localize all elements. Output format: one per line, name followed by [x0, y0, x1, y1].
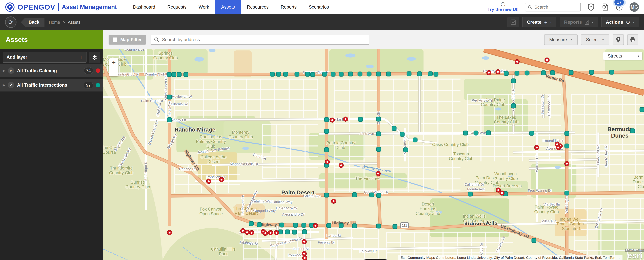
zoom-out-button[interactable]: −	[109, 67, 118, 76]
intersection-marker[interactable]	[504, 71, 508, 76]
intersection-marker[interactable]	[413, 138, 417, 142]
print-button[interactable]	[627, 35, 638, 45]
intersection-marker[interactable]	[293, 223, 298, 227]
activity-log-button[interactable]	[601, 3, 609, 11]
intersection-marker[interactable]	[511, 79, 516, 83]
calming-marker[interactable]	[302, 251, 306, 256]
select-button[interactable]: Select▼	[581, 35, 610, 45]
expand-caret-icon[interactable]: ▶	[3, 69, 5, 73]
intersection-marker[interactable]	[428, 72, 432, 76]
intersection-marker[interactable]	[550, 71, 555, 75]
calming-marker[interactable]	[500, 191, 504, 195]
intersection-marker[interactable]	[392, 126, 396, 131]
intersection-marker[interactable]	[302, 229, 307, 234]
calming-marker[interactable]	[564, 161, 569, 166]
layer-order-button[interactable]	[89, 52, 100, 63]
locate-button[interactable]	[613, 35, 624, 45]
intersection-marker[interactable]	[610, 70, 614, 74]
calming-marker[interactable]	[556, 145, 561, 150]
calming-marker[interactable]	[313, 223, 318, 228]
calming-marker[interactable]	[376, 171, 380, 176]
calming-marker[interactable]	[343, 117, 348, 121]
address-search[interactable]	[150, 35, 369, 45]
layer-row[interactable]: ▶✔All Traffic Intersections97	[0, 79, 103, 92]
intersection-marker[interactable]	[400, 132, 404, 136]
intersection-marker[interactable]	[324, 117, 329, 122]
intersection-marker[interactable]	[530, 131, 534, 135]
measure-button[interactable]: Measure▼	[544, 35, 578, 45]
calming-marker[interactable]	[331, 199, 336, 203]
layer-color-dot[interactable]	[96, 83, 100, 87]
intersection-marker[interactable]	[434, 72, 438, 76]
calming-marker[interactable]	[263, 231, 268, 236]
intersection-marker[interactable]	[295, 72, 299, 76]
intersection-marker[interactable]	[305, 72, 310, 76]
intersection-marker[interactable]	[640, 107, 644, 112]
nav-item-assets[interactable]: Assets	[215, 0, 241, 14]
nav-item-dashboard[interactable]: Dashboard	[127, 0, 161, 14]
basemap-select[interactable]: Streets ▼	[603, 52, 642, 60]
intersection-marker[interactable]	[257, 222, 262, 227]
help-button[interactable]: ? 17	[616, 3, 623, 11]
intersection-marker[interactable]	[463, 131, 468, 135]
intersection-marker[interactable]	[511, 104, 516, 108]
intersection-marker[interactable]	[339, 223, 343, 228]
intersection-marker[interactable]	[352, 193, 357, 197]
calming-marker[interactable]	[245, 230, 250, 235]
intersection-marker[interactable]	[310, 72, 315, 77]
intersection-marker[interactable]	[322, 72, 327, 76]
map-filter-button[interactable]: Map Filter	[108, 35, 146, 45]
intersection-marker[interactable]	[326, 223, 331, 228]
breadcrumb-home[interactable]: Home	[49, 20, 60, 25]
calming-marker[interactable]	[545, 58, 550, 62]
intersection-marker[interactable]	[541, 71, 546, 75]
intersection-marker[interactable]	[276, 72, 281, 76]
intersection-marker[interactable]	[630, 129, 635, 133]
intersection-marker[interactable]	[284, 72, 288, 76]
intersection-marker[interactable]	[486, 131, 490, 135]
intersection-marker[interactable]	[565, 144, 569, 148]
intersection-marker[interactable]	[358, 117, 363, 122]
nav-item-reports[interactable]: Reports	[274, 0, 303, 14]
calming-marker[interactable]	[515, 59, 520, 64]
intersection-marker[interactable]	[393, 224, 397, 229]
nav-item-scenarios[interactable]: Scenarios	[303, 0, 335, 14]
layer-color-dot[interactable]	[96, 69, 100, 73]
global-search[interactable]	[525, 3, 581, 12]
intersection-marker[interactable]	[590, 70, 594, 75]
intersection-marker[interactable]	[324, 147, 329, 152]
intersection-marker[interactable]	[565, 191, 569, 195]
calming-marker[interactable]	[249, 230, 254, 235]
intersection-marker[interactable]	[525, 71, 529, 75]
calming-marker[interactable]	[486, 70, 491, 75]
intersection-marker[interactable]	[184, 72, 188, 77]
expand-caret-icon[interactable]: ▶	[3, 83, 5, 87]
intersection-marker[interactable]	[376, 132, 381, 136]
intersection-marker[interactable]	[339, 72, 343, 76]
intersection-marker[interactable]	[167, 118, 172, 122]
try-new-ui-link[interactable]: ⓘ Try the new UI!	[488, 2, 519, 12]
intersection-marker[interactable]	[324, 193, 329, 197]
intersection-marker[interactable]	[285, 230, 290, 234]
intersection-marker[interactable]	[376, 193, 381, 198]
intersection-marker[interactable]	[167, 95, 172, 99]
map-canvas[interactable]: Rancho MiragePalm DesertIndian WellsBerm…	[103, 49, 644, 260]
intersection-marker[interactable]	[370, 193, 374, 197]
map-base[interactable]: Rancho MiragePalm DesertIndian WellsBerm…	[103, 49, 644, 260]
intersection-marker[interactable]	[352, 224, 357, 228]
intersection-marker[interactable]	[468, 192, 472, 196]
intersection-marker[interactable]	[348, 72, 353, 76]
back-button[interactable]: Back	[21, 18, 44, 27]
intersection-marker[interactable]	[515, 71, 519, 75]
intersection-marker[interactable]	[376, 224, 381, 228]
intersection-marker[interactable]	[532, 238, 536, 243]
intersection-marker[interactable]	[565, 131, 569, 136]
calming-marker[interactable]	[302, 256, 307, 260]
intersection-marker[interactable]	[376, 72, 381, 76]
admin-shield-button[interactable]	[587, 3, 595, 11]
intersection-marker[interactable]	[417, 72, 422, 76]
calming-marker[interactable]	[330, 118, 334, 122]
intersection-marker[interactable]	[280, 223, 284, 227]
intersection-marker[interactable]	[376, 117, 381, 121]
add-layer-button[interactable]: Add layer +	[3, 52, 87, 63]
